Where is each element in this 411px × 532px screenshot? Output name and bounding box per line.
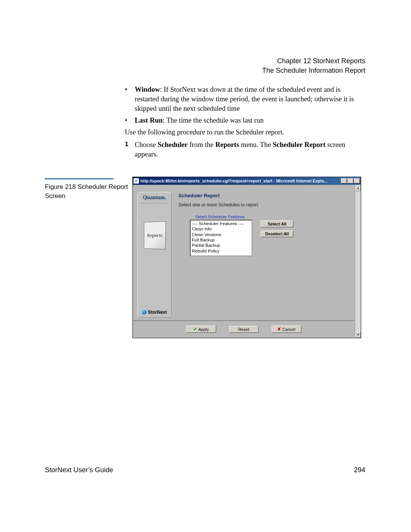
chapter-line: Chapter 12 StorNext Reports <box>262 56 365 66</box>
sidebar-divider <box>141 203 168 203</box>
cancel-button[interactable]: ✘ Cancel <box>272 326 301 333</box>
page-header: Chapter 12 StorNext Reports The Schedule… <box>262 56 365 75</box>
features-heading: Select Scheduler Features <box>195 214 252 219</box>
step-number: 1 <box>125 140 135 159</box>
stornext-brand: StorNext <box>138 310 171 315</box>
step-text: Choose Scheduler from the Reports menu. … <box>135 140 359 159</box>
figure-caption-text: Figure 218 Scheduler Report Screen <box>45 182 132 201</box>
bullet-dot-icon: • <box>125 85 135 113</box>
reset-label: Reset <box>238 327 249 332</box>
feature-item[interactable]: Clean Versions <box>192 232 250 237</box>
page-footer: StorNext User’s Guide 294 <box>45 466 365 474</box>
scroll-down-icon[interactable]: ▾ <box>355 332 361 338</box>
app-sidebar: Quantum. Reports StorNext <box>137 192 172 318</box>
bullet-window-text: : If StorNext was down at the time of th… <box>135 86 354 112</box>
bullet-lastrun-label: Last Run <box>135 117 163 124</box>
ie-title-text: http://spock:85/tm-bin/reports_scheduler… <box>140 179 341 183</box>
feature-item[interactable]: Rebuild Policy <box>192 248 250 254</box>
select-all-button[interactable]: Select All <box>261 220 293 227</box>
feature-item[interactable]: Partial Backup <box>192 243 250 248</box>
bullet-window: Window: If StorNext was down at the time… <box>135 85 359 113</box>
app-main: Scheduler Report Select one or more Sche… <box>178 193 350 256</box>
intro-paragraph: Use the following procedure to run the S… <box>125 128 359 137</box>
feature-item[interactable]: ---- Scheduler Features ---- <box>192 221 250 226</box>
ie-app-icon: e <box>134 178 139 184</box>
cancel-label: Cancel <box>282 327 295 332</box>
stornext-globe-icon <box>142 310 147 315</box>
scrollbar[interactable]: ▴ ▾ <box>355 185 361 338</box>
feature-item[interactable]: Full Backup <box>192 237 250 243</box>
features-listbox[interactable]: ---- Scheduler Features ---- Clean Info … <box>190 220 252 256</box>
quantum-logo: Quantum. <box>138 195 171 201</box>
bottom-bar: ✔ Apply Reset ✘ Cancel <box>133 320 355 338</box>
footer-left: StorNext User’s Guide <box>45 466 113 474</box>
ie-window: e http://spock:85/tm-bin/reports_schedul… <box>132 177 361 338</box>
reports-card-label: Reports <box>147 232 162 238</box>
minimize-button[interactable]: _ <box>341 178 347 184</box>
maximize-button[interactable]: □ <box>347 178 354 184</box>
apply-button[interactable]: ✔ Apply <box>186 326 216 333</box>
x-icon: ✘ <box>277 327 281 332</box>
ie-titlebar[interactable]: e http://spock:85/tm-bin/reports_schedul… <box>133 177 361 185</box>
bullet-window-label: Window <box>135 86 160 93</box>
report-title: Scheduler Report <box>178 193 350 198</box>
close-button[interactable]: × <box>354 178 360 184</box>
reports-card-icon[interactable]: Reports <box>144 221 166 250</box>
bullet-lastrun-text: : The time the schedule was last run <box>163 117 264 124</box>
feature-item[interactable]: Clean Info <box>192 226 250 232</box>
scroll-up-icon[interactable]: ▴ <box>355 185 361 191</box>
stornext-brand-text: StorNext <box>148 310 167 315</box>
app-body: Quantum. Reports StorNext Scheduler <box>133 185 355 338</box>
bullet-lastrun: Last Run: The time the schedule was last… <box>135 116 359 125</box>
check-icon: ✔ <box>193 327 197 332</box>
footer-right: 294 <box>354 466 365 474</box>
figure-rule <box>45 178 113 179</box>
figure-caption: Figure 218 Scheduler Report Screen <box>45 177 132 201</box>
apply-label: Apply <box>198 327 209 332</box>
report-subtitle: Select one or more Schedules to report. <box>178 202 350 208</box>
section-line: The Scheduler Information Report <box>262 66 365 75</box>
main-body: • Window: If StorNext was down at the ti… <box>125 85 359 159</box>
deselect-all-button[interactable]: Deselect All <box>261 230 293 237</box>
reset-button[interactable]: Reset <box>229 326 259 333</box>
bullet-dot-icon: • <box>125 116 135 125</box>
